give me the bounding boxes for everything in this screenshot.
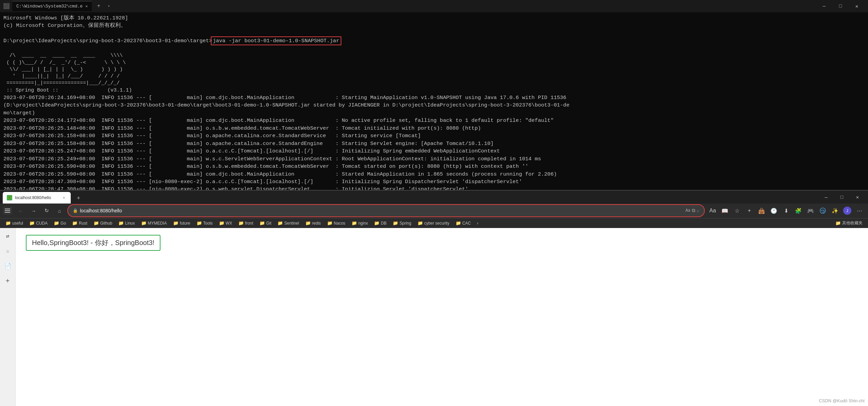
cmd-minimize-btn[interactable]: — bbox=[816, 0, 832, 12]
forward-btn[interactable]: → bbox=[28, 205, 39, 216]
refresh-btn[interactable]: ↻ bbox=[41, 205, 52, 216]
sidebar-add-icon[interactable]: + bbox=[3, 276, 13, 286]
bookmark-useful[interactable]: 📁 useful bbox=[3, 220, 26, 227]
browser-tab-active[interactable]: 🌿 localhost:8080/hello ✕ bbox=[3, 192, 71, 204]
cmd-info-9: 2023-07-06T20:26:25.590+08:00 INFO 11536… bbox=[3, 163, 865, 170]
bookmark-mymedia[interactable]: 📁 MYMEDIA bbox=[138, 220, 170, 227]
folder-icon: 📁 bbox=[197, 221, 202, 226]
address-bar-icons: Aa ⧉ ☆ bbox=[685, 208, 699, 214]
cmd-new-tab-btn[interactable]: + bbox=[95, 2, 103, 10]
sidebar-menu-icon[interactable] bbox=[3, 207, 12, 215]
bookmark-github[interactable]: 📁 Github bbox=[91, 220, 115, 227]
folder-icon: 📁 bbox=[835, 221, 841, 226]
cmd-command-highlight: java -jar boot3-01-demo-1.0-SNAPSHOT.jar bbox=[212, 38, 340, 44]
favorites-icon[interactable]: ☆ bbox=[697, 208, 699, 214]
browser-games-btn[interactable]: 🎮 bbox=[805, 205, 816, 216]
bookmark-future[interactable]: 📁 future bbox=[170, 220, 193, 227]
bookmark-redis[interactable]: 📁 redis bbox=[303, 220, 324, 227]
profile-btn[interactable]: J bbox=[841, 205, 853, 216]
bookmark-more-arrow[interactable]: › bbox=[474, 220, 481, 227]
cmd-info-0: 2023-07-06T20:26:24.169+08:00 INFO 11536… bbox=[3, 94, 865, 101]
bookmark-sentinel[interactable]: 📁 Sentinel bbox=[275, 220, 302, 227]
bookmark-nacos[interactable]: 📁 Nacos bbox=[324, 220, 348, 227]
bookmark-label: Go bbox=[61, 221, 66, 226]
folder-icon: 📁 bbox=[305, 221, 311, 226]
cmd-maximize-btn[interactable]: □ bbox=[833, 0, 848, 12]
folder-icon: 📁 bbox=[418, 221, 423, 226]
bookmark-db[interactable]: 📁 DB bbox=[371, 220, 389, 227]
folder-icon: 📁 bbox=[456, 221, 461, 226]
csdn-watermark: CSDN @Kudō Shin-chi bbox=[819, 398, 865, 403]
translate-btn[interactable]: Aa bbox=[707, 205, 718, 216]
browser-window: 🌿 localhost:8080/hello ✕ + — □ ✕ bbox=[0, 190, 868, 406]
bookmark-label: future bbox=[180, 221, 190, 226]
browser-chrome: 🌿 localhost:8080/hello ✕ + — □ ✕ bbox=[0, 191, 868, 228]
bookmark-label: Github bbox=[100, 221, 112, 226]
downloads-btn[interactable]: ⬇ bbox=[780, 205, 792, 216]
immersive-reader-btn[interactable]: 📖 bbox=[719, 205, 731, 216]
cmd-info-7: 2023-07-06T20:26:25.247+08:00 INFO 11536… bbox=[3, 147, 865, 155]
cmd-tab-close-btn[interactable]: ✕ bbox=[85, 4, 88, 9]
bookmark-label: useful bbox=[12, 221, 23, 226]
extensions-btn[interactable]: 🧩 bbox=[793, 205, 804, 216]
bookmark-tools[interactable]: 📁 Tools bbox=[194, 220, 216, 227]
folder-icon: 📁 bbox=[352, 221, 357, 226]
lock-icon: 🔒 bbox=[73, 208, 78, 213]
browser-toolbar-right: Aa 📖 ☆ + 👜 🕐 ⬇ 🧩 🎮 ✨ J ⋯ bbox=[707, 205, 865, 216]
svg-point-3 bbox=[820, 208, 826, 213]
split-view-icon[interactable]: ⧉ bbox=[692, 208, 695, 213]
add-favorites-btn[interactable]: ☆ bbox=[731, 205, 743, 216]
more-btn[interactable]: ⋯ bbox=[854, 205, 865, 216]
browser-tabbar: 🌿 localhost:8080/hello ✕ + — □ ✕ bbox=[0, 191, 868, 204]
sidebar-tab-icon[interactable]: ⇄ bbox=[3, 231, 13, 241]
browser-copilot-btn[interactable]: ✨ bbox=[829, 205, 841, 216]
tab-favicon: 🌿 bbox=[7, 195, 12, 200]
bookmark-spring[interactable]: 📁 Spring bbox=[390, 220, 414, 227]
edge-icon-btn[interactable] bbox=[817, 205, 829, 216]
cmd-line-0: Microsoft Windows [版本 10.0.22621.1928] bbox=[3, 14, 865, 22]
home-btn[interactable]: ⌂ bbox=[54, 205, 65, 216]
new-tab-btn[interactable]: + bbox=[73, 193, 84, 204]
cmd-window: ⬛ C:\Windows\System32\cmd.e ✕ + ▾ — □ ✕ … bbox=[0, 0, 868, 191]
bookmark-label: Sentinel bbox=[284, 221, 299, 226]
sidebar-collections-icon[interactable]: 📄 bbox=[3, 261, 13, 271]
browser-maximize-btn[interactable]: □ bbox=[834, 191, 850, 204]
back-btn[interactable]: ← bbox=[15, 205, 27, 216]
bookmark-label: front bbox=[245, 221, 253, 226]
cmd-info-10: 2023-07-06T20:26:25.590+08:00 INFO 11536… bbox=[3, 170, 865, 178]
cmd-line-2 bbox=[3, 30, 865, 37]
folder-icon: 📁 bbox=[141, 221, 147, 226]
cmd-close-btn[interactable]: ✕ bbox=[849, 0, 865, 12]
bookmark-front[interactable]: 📁 front bbox=[236, 220, 256, 227]
tab-close-btn[interactable]: ✕ bbox=[61, 195, 67, 200]
browser-close-btn[interactable]: ✕ bbox=[850, 191, 865, 204]
folder-icon: 📁 bbox=[259, 221, 265, 226]
folder-icon: 📁 bbox=[5, 221, 11, 226]
cmd-tab[interactable]: C:\Windows\System32\cmd.e ✕ bbox=[12, 1, 92, 11]
folder-icon: 📁 bbox=[277, 221, 283, 226]
bookmark-other[interactable]: 📁 其他收藏夹 bbox=[833, 219, 865, 227]
reading-mode-icon[interactable]: Aa bbox=[685, 208, 690, 213]
bookmark-label: WX bbox=[226, 221, 232, 226]
bookmark-cybersecurity[interactable]: 📁 cyber security bbox=[415, 220, 452, 227]
folder-icon: 📁 bbox=[327, 221, 333, 226]
bookmark-git[interactable]: 📁 Git bbox=[257, 220, 274, 227]
history-btn[interactable]: 🕐 bbox=[768, 205, 780, 216]
browser-wallet-btn[interactable]: 👜 bbox=[756, 205, 767, 216]
bookmark-linux[interactable]: 📁 Linux bbox=[116, 220, 138, 227]
bookmark-nginx[interactable]: 📁 nginx bbox=[349, 220, 371, 227]
address-bar[interactable]: 🔒 localhost:8080/hello Aa ⧉ ☆ bbox=[68, 205, 704, 216]
browser-minimize-btn[interactable]: — bbox=[818, 191, 834, 204]
bookmark-cac[interactable]: 📁 CAC bbox=[453, 220, 474, 227]
sidebar-favorites-icon[interactable]: ☆ bbox=[3, 246, 13, 256]
bookmark-rust[interactable]: 📁 Rust bbox=[69, 220, 90, 227]
cmd-dropdown-btn[interactable]: ▾ bbox=[105, 3, 112, 10]
bookmark-label: Linux bbox=[125, 221, 135, 226]
collections-btn[interactable]: + bbox=[744, 205, 755, 216]
folder-icon: 📁 bbox=[29, 221, 35, 226]
folder-icon: 📁 bbox=[238, 221, 244, 226]
bookmark-wx[interactable]: 📁 WX bbox=[216, 220, 235, 227]
bookmark-cuda[interactable]: 📁 CUDA bbox=[27, 220, 50, 227]
bookmark-go[interactable]: 📁 Go bbox=[51, 220, 69, 227]
folder-icon: 📁 bbox=[393, 221, 398, 226]
